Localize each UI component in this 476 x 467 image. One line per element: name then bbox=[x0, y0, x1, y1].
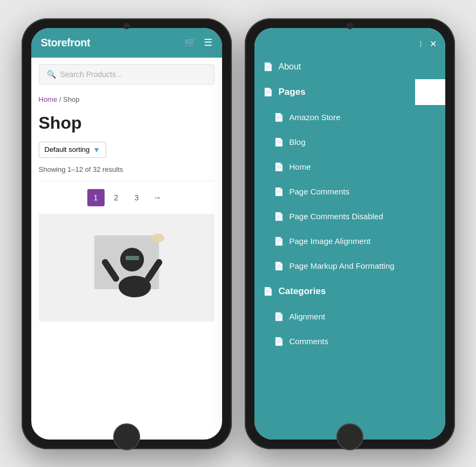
close-icon[interactable]: ✕ bbox=[430, 39, 437, 49]
pagination: 1 2 3 → bbox=[31, 182, 222, 214]
nav-item-home[interactable]: 📄 Home bbox=[254, 155, 445, 179]
nav-label-page-comments: Page Comments bbox=[289, 187, 350, 196]
nav-label-alignment: Alignment bbox=[289, 312, 326, 321]
home-button-right[interactable] bbox=[336, 423, 363, 450]
page-1-button[interactable]: 1 bbox=[87, 189, 105, 206]
ninja-image bbox=[39, 214, 215, 322]
hamburger-icon[interactable]: ☰ bbox=[204, 37, 212, 48]
storefront-header: Storefront 🛒 ☰ bbox=[31, 28, 222, 58]
pages-expand-block[interactable] bbox=[415, 79, 445, 105]
sort-label: Default sorting bbox=[45, 145, 90, 154]
search-placeholder: Search Products... bbox=[60, 70, 122, 79]
nav-item-about[interactable]: 📄 About bbox=[254, 54, 445, 79]
nav-label-page-image: Page Image Alignment bbox=[289, 236, 371, 246]
nav-item-categories[interactable]: 📄 Categories bbox=[254, 278, 445, 304]
nav-label-blog: Blog bbox=[289, 137, 306, 147]
product-image bbox=[39, 214, 215, 322]
doc-icon-home: 📄 bbox=[274, 162, 284, 172]
breadcrumb: Home / Shop bbox=[31, 91, 222, 108]
nav-item-page-comments-disabled[interactable]: 📄 Page Comments Disabled bbox=[254, 204, 445, 229]
nav-label-amazon: Amazon Store bbox=[289, 113, 341, 122]
doc-icon-page-comments: 📄 bbox=[274, 187, 284, 197]
page-3-button[interactable]: 3 bbox=[128, 189, 146, 206]
breadcrumb-current: Shop bbox=[63, 95, 79, 103]
nav-label-pages: Pages bbox=[279, 87, 306, 97]
nav-top-bar: ⁝ ✕ bbox=[254, 39, 445, 54]
doc-icon-comments: 📄 bbox=[274, 337, 284, 346]
nav-label-page-comments-disabled: Page Comments Disabled bbox=[289, 212, 383, 221]
doc-icon-pages: 📄 bbox=[263, 87, 273, 97]
svg-rect-3 bbox=[126, 256, 139, 260]
pages-expand-icon bbox=[415, 79, 445, 105]
camera-right bbox=[347, 23, 353, 29]
ninja-svg bbox=[51, 214, 202, 322]
doc-icon-page-markup: 📄 bbox=[274, 261, 284, 271]
nav-item-page-markup[interactable]: 📄 Page Markup And Formatting bbox=[254, 254, 445, 278]
doc-icon-page-image: 📄 bbox=[274, 236, 284, 246]
sort-select[interactable]: Default sorting ▼ bbox=[39, 142, 107, 158]
breadcrumb-separator: / bbox=[59, 95, 63, 103]
nav-item-page-comments[interactable]: 📄 Page Comments bbox=[254, 179, 445, 204]
shop-title: Shop bbox=[31, 108, 222, 142]
settings-dots-icon[interactable]: ⁝ bbox=[419, 39, 422, 49]
nav-item-amazon-store[interactable]: 📄 Amazon Store bbox=[254, 105, 445, 130]
storefront-logo: Storefront bbox=[41, 37, 91, 49]
camera-left bbox=[123, 23, 130, 29]
search-icon: 🔍 bbox=[47, 70, 56, 79]
navigation-menu: ⁝ ✕ 📄 About 📄 Pages 📄 Amazon Store bbox=[254, 28, 445, 440]
page-next-button[interactable]: → bbox=[149, 189, 166, 206]
search-bar[interactable]: 🔍 Search Products... bbox=[39, 64, 215, 85]
nav-item-pages[interactable]: 📄 Pages bbox=[254, 79, 445, 105]
nav-label-home: Home bbox=[289, 162, 311, 171]
doc-icon-page-comments-disabled: 📄 bbox=[274, 212, 284, 221]
results-count: Showing 1–12 of 32 results bbox=[31, 165, 222, 181]
doc-icon-categories: 📄 bbox=[263, 287, 273, 296]
nav-label-about: About bbox=[279, 62, 301, 72]
nav-item-page-image-alignment[interactable]: 📄 Page Image Alignment bbox=[254, 229, 445, 254]
left-phone-screen: Storefront 🛒 ☰ 🔍 Search Products... Home… bbox=[31, 28, 222, 440]
sort-arrow-icon: ▼ bbox=[93, 145, 100, 154]
nav-label-page-markup: Page Markup And Formatting bbox=[289, 261, 395, 270]
home-button-left[interactable] bbox=[113, 423, 140, 450]
nav-item-alignment[interactable]: 📄 Alignment bbox=[254, 304, 445, 329]
left-phone: Storefront 🛒 ☰ 🔍 Search Products... Home… bbox=[22, 18, 232, 449]
header-icons: 🛒 ☰ bbox=[184, 37, 212, 48]
right-phone-screen: ⁝ ✕ 📄 About 📄 Pages 📄 Amazon Store bbox=[254, 28, 445, 440]
doc-icon-about: 📄 bbox=[263, 62, 273, 72]
cart-icon[interactable]: 🛒 bbox=[184, 37, 196, 48]
breadcrumb-home[interactable]: Home bbox=[39, 95, 58, 103]
page-2-button[interactable]: 2 bbox=[108, 189, 125, 206]
nav-item-blog[interactable]: 📄 Blog bbox=[254, 130, 445, 155]
svg-point-6 bbox=[151, 234, 164, 242]
doc-icon-amazon: 📄 bbox=[274, 113, 284, 122]
nav-label-comments: Comments bbox=[289, 337, 329, 346]
nav-item-comments[interactable]: 📄 Comments bbox=[254, 329, 445, 354]
doc-icon-blog: 📄 bbox=[274, 137, 284, 147]
doc-icon-alignment: 📄 bbox=[274, 312, 284, 322]
nav-label-categories: Categories bbox=[279, 286, 326, 297]
right-phone: ⁝ ✕ 📄 About 📄 Pages 📄 Amazon Store bbox=[245, 18, 455, 449]
